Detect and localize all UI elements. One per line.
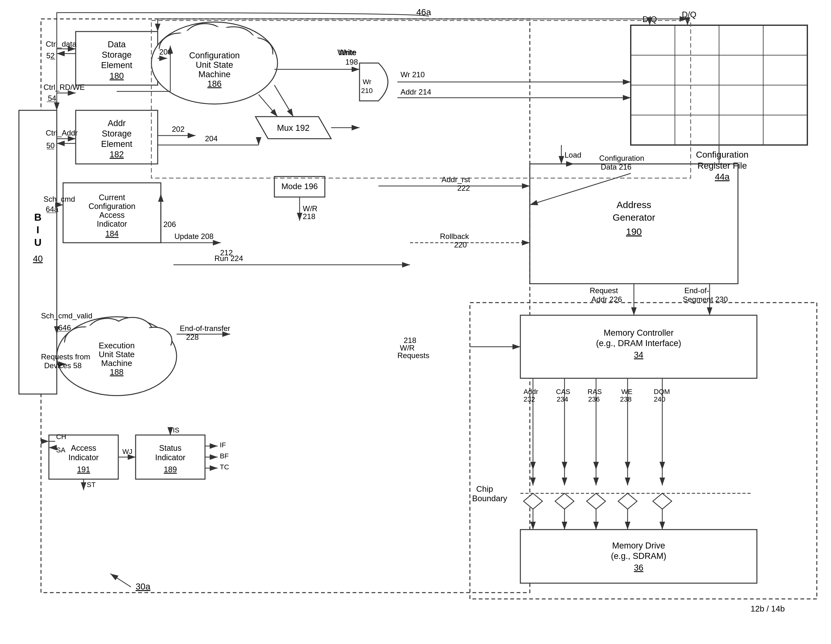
sa-label: SA [56, 446, 65, 454]
wr-210-label: Wr 210 [401, 70, 425, 79]
dqm-number: 240 [654, 395, 665, 403]
st-label: ST [87, 481, 96, 488]
rollback-number: 220 [454, 240, 467, 249]
svg-rect-22 [530, 164, 738, 284]
wr-218-number: 218 [303, 212, 315, 221]
if-label: IF [220, 441, 226, 449]
label-198: 198 [345, 58, 358, 66]
mem-ctrl-label2: (e.g., DRAM Interface) [596, 339, 681, 348]
current-config-label2: Configuration [89, 202, 135, 211]
we-label: WE [621, 388, 632, 396]
addr-232-number: 232 [524, 395, 535, 403]
label-30a: 30a [135, 582, 150, 592]
mem-ctrl-number: 34 [634, 350, 643, 360]
requests-label2: Devices 58 [44, 361, 82, 370]
label-202: 202 [172, 125, 185, 134]
load-label: Load [565, 151, 581, 159]
ctrl-data-number: 52 [46, 51, 55, 60]
data-storage-label1: Data [108, 40, 126, 49]
mux-label: Mux 192 [277, 123, 310, 133]
write-path-label: Write [339, 48, 357, 57]
is-label: IS [173, 426, 180, 434]
exec-sm-label1: Execution [99, 341, 135, 350]
exec-sm-label2: Unit State [99, 350, 135, 359]
status-indicator-label1: Status [159, 444, 181, 452]
wr-requests-label1: 218 [404, 336, 416, 345]
access-indicator-label1: Access [71, 444, 97, 452]
ch-label: CH [56, 433, 66, 440]
current-config-label1: Current [99, 193, 125, 202]
current-config-label3: Access [99, 211, 125, 219]
dq-label2: D/Q [682, 10, 696, 19]
sch-cmd-number: 64a [46, 205, 59, 213]
config-reg-label2: Register File [697, 161, 747, 170]
current-config-label4: Indicator [97, 219, 127, 228]
mem-drive-label1: Memory Drive [612, 541, 665, 550]
end-transfer-number: 228 [186, 333, 199, 341]
addr-gen-label1: Address [616, 200, 651, 210]
end-transfer-label: End-of-transfer [180, 324, 230, 332]
sch-cmd-label: Sch_cmd [43, 195, 75, 204]
ras-number: 236 [588, 395, 600, 403]
mem-drive-number: 36 [634, 563, 643, 572]
svg-rect-2 [19, 110, 57, 394]
biu-number: 40 [33, 254, 43, 264]
exec-sm-number: 188 [110, 367, 123, 377]
biu-label2: I [37, 224, 40, 235]
wr-number: 210 [361, 87, 373, 95]
data-storage-number: 180 [110, 71, 124, 81]
rollback-label: Rollback [440, 232, 469, 240]
mem-ctrl-label1: Memory Controller [603, 328, 673, 338]
addr-storage-label3: Element [101, 139, 132, 149]
cas-number: 234 [557, 395, 568, 403]
wj-label: WJ [123, 448, 132, 455]
addr-rst-label: Addr_rst [441, 175, 470, 184]
config-reg-number: 44a [715, 172, 730, 181]
config-reg-label1: Configuration [696, 150, 749, 159]
addr-214-label: Addr 214 [401, 87, 431, 96]
addr-gen-number: 190 [626, 226, 642, 237]
addr-rst-number: 222 [457, 184, 470, 192]
config-sm-label1: Configuration [189, 51, 240, 60]
request-addr-label: Request [590, 286, 618, 295]
config-data-label2: Data 216 [601, 163, 631, 171]
config-data-label: Configuration [599, 154, 644, 162]
end-segment-label2: Segment 230 [683, 295, 728, 304]
biu-label: B [34, 211, 41, 223]
ctrl-rdwe-number: 54 [48, 94, 56, 102]
data-storage-label3: Element [101, 60, 132, 70]
addr-storage-label1: Addr [108, 119, 126, 128]
ctrl-data-label: Ctrl_data [46, 40, 76, 48]
wr-218-label: W/R [303, 204, 318, 213]
wr-label: Wr [363, 78, 371, 86]
config-sm-label3: Machine [198, 70, 231, 79]
chip-boundary-label2: Boundary [472, 494, 507, 503]
config-sm-label2: Unit State [196, 60, 233, 70]
label-206: 206 [163, 220, 176, 229]
config-sm-number: 186 [207, 79, 221, 89]
we-number: 238 [620, 395, 632, 403]
label-212: 212 [220, 248, 233, 257]
access-indicator-number: 191 [77, 465, 90, 474]
ctrl-rdwe-label: Ctrl_RD/WE [43, 83, 85, 91]
status-indicator-label2: Indicator [155, 453, 185, 462]
mode-label: Mode 196 [281, 181, 318, 191]
biu-label3: U [34, 237, 41, 248]
data-storage-label2: Storage [102, 50, 132, 60]
sch-cmd-valid-label: Sch_cmd_valid [41, 312, 92, 320]
request-addr-label2: Addr 226 [591, 295, 622, 304]
ctrl-addr-number: 50 [46, 141, 55, 150]
addr-storage-label2: Storage [102, 129, 132, 138]
status-indicator-number: 189 [164, 465, 177, 474]
mem-drive-label2: (e.g., SDRAM) [611, 551, 666, 561]
ras-label: RAS [587, 388, 602, 396]
bf-label: BF [220, 452, 229, 460]
addr-gen-label2: Generator [613, 212, 655, 223]
ctrl-addr-label: Ctrl_Addr [46, 129, 78, 137]
requests-label1: Requests from [41, 352, 90, 361]
update-label: Update 208 [174, 232, 213, 240]
cas-label: CAS [556, 388, 570, 396]
tc-label: TC [220, 463, 229, 471]
label-204: 204 [205, 134, 218, 143]
exec-sm-label3: Machine [101, 358, 132, 368]
